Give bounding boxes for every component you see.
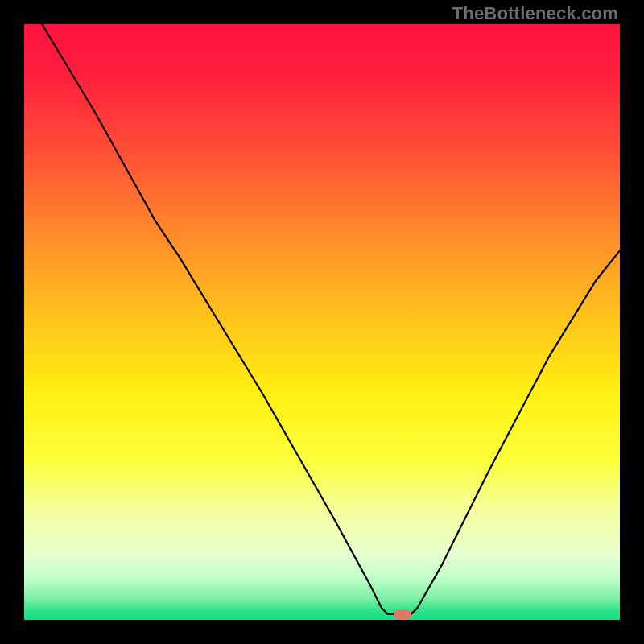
chart-canvas: TheBottleneck.com — [0, 0, 644, 644]
watermark-text: TheBottleneck.com — [452, 3, 618, 24]
bottleneck-curve — [24, 24, 620, 620]
optimal-marker — [394, 609, 411, 619]
plot-area — [24, 24, 620, 620]
